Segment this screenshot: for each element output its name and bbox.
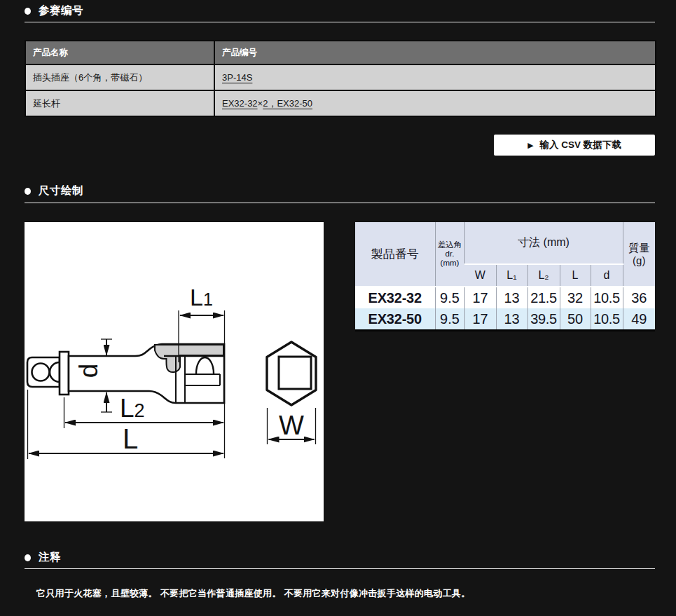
product-code-link[interactable]: EX32-32 [222,98,258,109]
drive-header-line: 差込角 [436,240,464,249]
dim-label-l1: L1 [190,284,213,310]
product-name-cell: 延长杆 [25,90,214,116]
csv-download-button[interactable]: ▶ 输入 CSV 数据下载 [494,135,655,156]
spec-header-row: 製品番号 差込角 dr. (mm) 寸法 (mm) 質量 (g) [355,222,655,264]
table-row: 插头插座（6个角，带磁石） 3P-14S [25,64,656,90]
drive-header-line: dr. [436,249,464,259]
section-title: 注释 [39,550,61,565]
pin-hole-icon [32,364,50,381]
dim-label-l: L [123,423,138,454]
section-title: 参赛编号 [39,4,83,18]
product-table-header-row: 产品名称 产品编号 [25,41,656,64]
product-code-header: 产品编号 [214,41,656,64]
w-cell: 17 [464,308,496,331]
model-number-cell: EX32-32 [355,287,435,308]
product-table: 产品名称 产品编号 插头插座（6个角，带磁石） 3P-14S 延长杆 EX32-… [25,40,656,117]
l-cell: 32 [560,287,591,308]
model-number-header: 製品番号 [355,222,435,287]
col-header-d: d [591,264,623,287]
col-header-w: W [464,264,496,287]
notes-section-header: 注释 [25,550,61,565]
mass-header: 質量 (g) [623,222,655,287]
col-header-l2: L₂ [527,264,560,287]
dim-label-l2: L2 [120,394,145,423]
csv-download-label: 输入 CSV 数据下载 [540,139,621,151]
reference-section-header: 参赛编号 [25,4,83,18]
model-number-cell: EX32-50 [355,308,435,331]
mass-header-line: (g) [623,254,656,267]
col-header-l: L [560,264,591,287]
section-bullet-icon [25,554,31,561]
flange [60,352,69,395]
d-cell: 10.5 [591,287,623,308]
col-header-l1: L₁ [496,264,527,287]
l2-cell: 21.5 [527,287,560,308]
w-cell: 17 [464,287,496,308]
d-cell: 10.5 [591,308,623,331]
table-row: 延长杆 EX32-32×2，EX32-50 [25,90,656,116]
drive-cell: 9.5 [435,308,464,331]
product-code-link[interactable]: 2，EX32-50 [263,98,312,109]
product-name-cell: 插头插座（6个角，带磁石） [25,64,214,90]
dimension-drawing: L1 d L2 L W [25,222,324,521]
section-title: 尺寸绘制 [39,184,83,198]
square-drive-hole-icon [279,357,311,389]
section-divider [25,203,655,203]
product-name-header: 产品名称 [25,41,214,64]
l2-cell: 39.5 [527,308,560,331]
dim-label-d: d [74,364,103,378]
spec-row: EX32-50 9.5 17 13 39.5 50 10.5 49 [355,308,655,331]
extension-bar-drawing-icon: L1 d L2 L W [25,222,324,521]
section-divider [25,22,655,22]
play-triangle-icon: ▶ [527,142,533,149]
product-code-link[interactable]: 3P-14S [222,72,252,83]
drive-header-line: (mm) [436,259,464,268]
dimensions-section-header: 尺寸绘制 [25,184,83,198]
section-bullet-icon [25,188,31,195]
drive-cell: 9.5 [435,287,464,308]
l1-cell: 13 [496,287,527,308]
drive-size-header: 差込角 dr. (mm) [435,222,464,287]
mass-cell: 36 [623,287,655,308]
l1-cell: 13 [496,308,527,331]
note-text: 它只用于火花塞，且壁较薄。 不要把它当作普通插座使用。 不要用它来对付像冲击扳手… [36,587,653,600]
product-code-cell: 3P-14S [214,64,656,90]
dim-label-w: W [279,411,304,440]
end-view-hexagon [267,342,316,405]
mass-header-line: 質量 [623,242,656,254]
dimensions-group-header: 寸法 (mm) [464,222,623,264]
l-cell: 50 [560,308,591,331]
section-divider [25,568,655,569]
section-bullet-icon [25,8,31,15]
mass-cell: 49 [623,308,655,331]
product-code-cell: EX32-32×2，EX32-50 [214,90,656,116]
spec-row: EX32-32 9.5 17 13 21.5 32 10.5 36 [355,287,655,308]
spec-table: 製品番号 差込角 dr. (mm) 寸法 (mm) 質量 (g) W L₁ L₂… [355,222,655,331]
